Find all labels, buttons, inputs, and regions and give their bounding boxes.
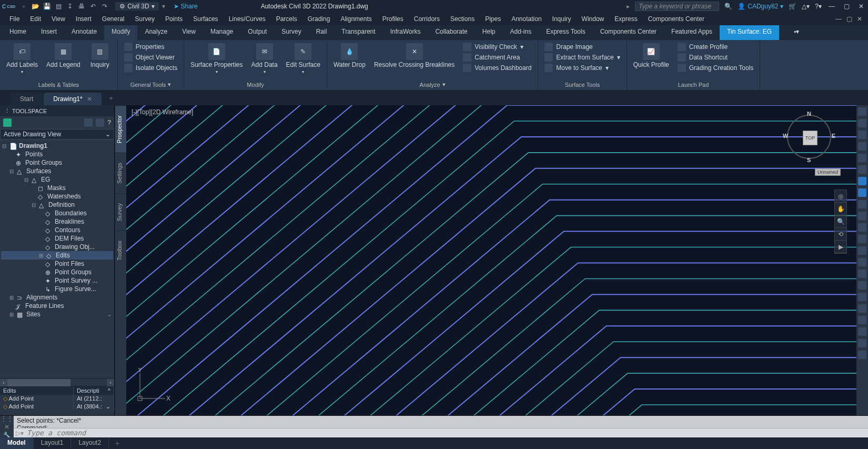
viewport-label[interactable]: [-][Top][2D Wireframe] <box>132 108 193 116</box>
new-tab-button[interactable]: ＋ <box>103 91 119 105</box>
rtab-modify[interactable]: Modify <box>104 25 137 40</box>
rail-icon[interactable] <box>858 316 866 324</box>
open-icon[interactable]: 📂 <box>31 2 39 11</box>
properties-button[interactable]: Properties <box>122 42 179 52</box>
rail-icon[interactable] <box>858 304 866 313</box>
menu-components-center[interactable]: Components Center <box>643 14 710 24</box>
rtab-context-surface[interactable]: Tin Surface: EG <box>720 25 779 40</box>
move-to-surface-button[interactable]: Move to Surface ▾ <box>542 63 622 73</box>
saveas-icon[interactable]: ▤ <box>54 2 63 11</box>
command-input[interactable] <box>27 429 866 437</box>
panel-title[interactable]: General Tools▾ <box>122 80 179 88</box>
toolspace-icon1[interactable] <box>3 118 12 127</box>
rtab-featured-apps[interactable]: Featured Apps <box>664 25 720 40</box>
rtab-collaborate[interactable]: Collaborate <box>428 25 475 40</box>
isolate-objects-button[interactable]: Isolate Objects <box>122 63 179 73</box>
rail-icon[interactable] <box>858 154 866 162</box>
print-icon[interactable]: 🖶 <box>77 2 86 11</box>
tree-boundaries[interactable]: Boundaries <box>55 209 87 217</box>
rail-icon[interactable] <box>858 270 866 278</box>
rtab-components-center[interactable]: Components Center <box>593 25 664 40</box>
add-legend-button[interactable]: ▦Add Legend <box>44 42 83 69</box>
rtab-express-tools[interactable]: Express Tools <box>539 25 592 40</box>
visibility-check-button[interactable]: Visibility Check ▾ <box>461 42 533 52</box>
tree-scrollbar[interactable]: ‹ › <box>0 378 114 386</box>
close-tab-icon[interactable]: ✕ <box>87 95 92 103</box>
nav-showmotion-icon[interactable]: ▶ <box>835 241 846 253</box>
autodesk-icon[interactable]: △▾ <box>802 3 810 10</box>
col-description[interactable]: Descripti ^ <box>74 386 114 395</box>
rail-icon[interactable] <box>858 235 866 243</box>
tree-point-groups-2[interactable]: Point Groups <box>55 268 92 276</box>
toolspace-icon2[interactable] <box>84 118 93 127</box>
tree-surfaces[interactable]: Surfaces <box>26 167 51 175</box>
rtab-insert[interactable]: Insert <box>34 25 64 40</box>
rail-icon[interactable] <box>858 165 866 174</box>
menu-sections[interactable]: Sections <box>445 14 480 24</box>
drape-image-button[interactable]: Drape Image <box>542 42 622 52</box>
menu-annotation[interactable]: Annotation <box>506 14 547 24</box>
catchment-area-button[interactable]: Catchment Area <box>461 53 533 62</box>
tree-point-groups[interactable]: Point Groups <box>25 159 62 166</box>
side-tab-toolbox[interactable]: Toolbox <box>115 231 126 270</box>
tree-drawing-objects[interactable]: Drawing Obj... <box>55 243 95 251</box>
model-tab[interactable]: Model <box>0 437 34 449</box>
grading-tools-button[interactable]: Grading Creation Tools <box>675 63 756 73</box>
tree-sites[interactable]: Sites <box>26 311 41 318</box>
menu-profiles[interactable]: Profiles <box>377 14 409 24</box>
save-icon[interactable]: 💾 <box>43 2 51 11</box>
object-viewer-button[interactable]: Object Viewer <box>122 53 179 62</box>
rtab-view[interactable]: View <box>175 25 203 40</box>
resolve-crossing-button[interactable]: ✕Resolve Crossing Breaklines <box>372 42 457 69</box>
add-labels-button[interactable]: 🏷Add Labels▾ <box>4 42 40 75</box>
plot-icon[interactable]: ↧ <box>66 2 74 11</box>
drawing-viewport[interactable]: [-][Top][2D Wireframe] TOP N S E W Unnam… <box>126 105 856 415</box>
nav-pan-icon[interactable]: ✋ <box>835 203 846 215</box>
tree-figure-survey[interactable]: Figure Surve... <box>55 285 96 293</box>
tree-breaklines[interactable]: Breaklines <box>55 218 84 225</box>
tree-definition[interactable]: Definition <box>48 201 75 208</box>
grid-row[interactable]: ◇ Add Point At (3804.: ⌄ <box>0 403 114 411</box>
tree-alignments[interactable]: Alignments <box>26 294 57 301</box>
menu-view[interactable]: View <box>46 14 70 24</box>
rail-icon[interactable] <box>858 177 866 185</box>
rail-icon[interactable] <box>858 107 866 116</box>
menu-express[interactable]: Express <box>609 14 642 24</box>
rtab-survey[interactable]: Survey <box>274 25 308 40</box>
prospector-tree[interactable]: ⊟📄Drawing1 ✦Points ⊕Point Groups ⊟△Surfa… <box>0 139 114 378</box>
view-cube[interactable]: TOP N S E W Unnamed <box>783 111 835 163</box>
grid-row[interactable]: ◇ Add Point At (2112.: <box>0 395 114 403</box>
rtab-manage[interactable]: Manage <box>203 25 240 40</box>
edit-surface-button[interactable]: ✎Edit Surface▾ <box>284 42 322 75</box>
side-tab-prospector[interactable]: Prospector <box>115 105 126 153</box>
nav-orbit-icon[interactable]: ⟲ <box>835 228 846 241</box>
menu-survey[interactable]: Survey <box>130 14 160 24</box>
nav-steering-icon[interactable]: ◎ <box>835 190 846 203</box>
menu-parcels[interactable]: Parcels <box>271 14 302 24</box>
menu-surfaces[interactable]: Surfaces <box>188 14 223 24</box>
share-button[interactable]: ➤ Share <box>174 3 198 10</box>
menu-file[interactable]: File <box>4 14 25 24</box>
new-icon[interactable]: ▫ <box>19 2 28 11</box>
tree-contours[interactable]: Contours <box>55 226 80 234</box>
rail-icon[interactable] <box>858 223 866 232</box>
menu-inquiry[interactable]: Inquiry <box>547 14 577 24</box>
mdi-close-button[interactable]: ✕ <box>855 15 864 23</box>
scroll-thumb[interactable] <box>7 379 70 386</box>
qat-dropdown-icon[interactable]: ▾ <box>162 3 165 10</box>
rail-icon[interactable] <box>858 131 866 139</box>
menu-window[interactable]: Window <box>577 14 610 24</box>
menu-lines-curves[interactable]: Lines/Curves <box>224 14 271 24</box>
rtab-analyze[interactable]: Analyze <box>137 25 175 40</box>
tree-feature-lines[interactable]: Feature Lines <box>25 302 64 310</box>
nav-zoom-icon[interactable]: 🔍 <box>835 215 846 228</box>
rtab-transparent[interactable]: Transparent <box>334 25 382 40</box>
menu-edit[interactable]: Edit <box>25 14 46 24</box>
quick-profile-button[interactable]: 📈Quick Profile <box>631 42 671 69</box>
add-layout-button[interactable]: ＋ <box>109 437 126 449</box>
side-tab-survey[interactable]: Survey <box>115 193 126 231</box>
toolspace-icon3[interactable] <box>96 118 104 127</box>
rail-icon[interactable] <box>858 188 866 197</box>
viewcube-w[interactable]: W <box>783 133 788 139</box>
layout1-tab[interactable]: Layout1 <box>34 437 72 449</box>
